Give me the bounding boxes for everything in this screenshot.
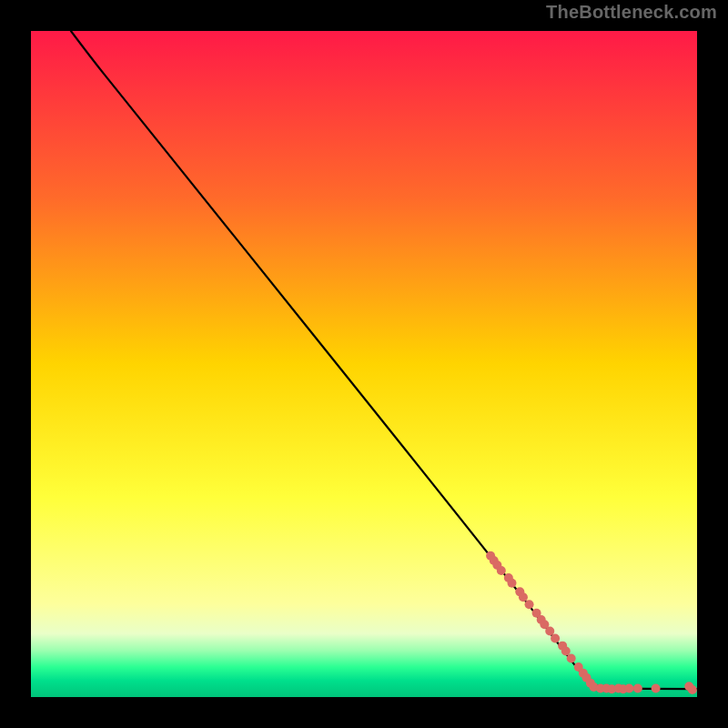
scatter-point bbox=[624, 683, 633, 693]
chart-svg bbox=[31, 31, 697, 697]
scatter-point bbox=[633, 683, 642, 693]
chart-plot-area bbox=[29, 29, 699, 699]
scatter-point bbox=[688, 685, 697, 694]
scatter-point bbox=[567, 654, 576, 663]
scatter-point bbox=[652, 683, 661, 693]
scatter-point bbox=[525, 600, 534, 609]
scatter-point bbox=[519, 592, 528, 602]
chart-gradient-background bbox=[31, 31, 697, 697]
scatter-point bbox=[497, 566, 506, 575]
scatter-point bbox=[561, 646, 571, 655]
scatter-point bbox=[508, 579, 517, 588]
watermark-text: TheBottleneck.com bbox=[546, 2, 717, 23]
scatter-point bbox=[545, 627, 554, 636]
scatter-point bbox=[551, 634, 560, 643]
